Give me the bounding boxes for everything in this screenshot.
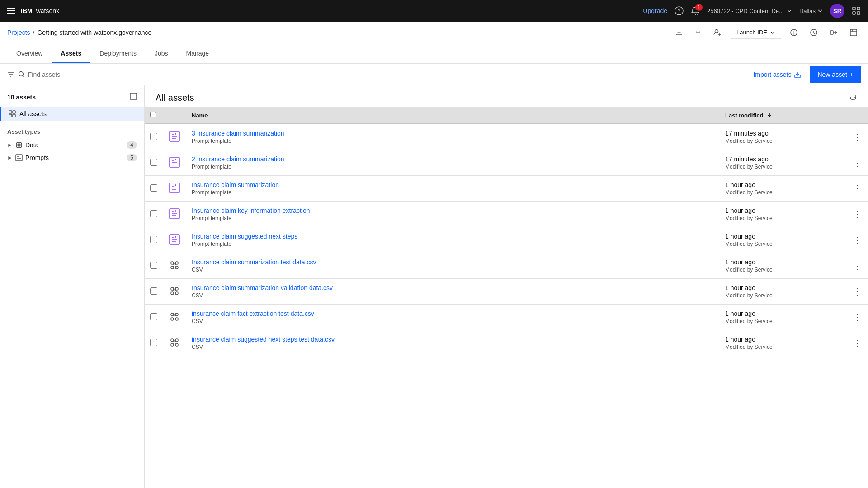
row-actions-menu[interactable]: ⋮	[846, 305, 868, 330]
overflow-menu-icon[interactable]: ⋮	[853, 312, 862, 322]
overflow-menu-icon[interactable]: ⋮	[853, 235, 862, 245]
help-icon[interactable]: ?	[675, 6, 684, 15]
row-name-cell: 3 Insurance claim summarization Prompt t…	[186, 124, 720, 150]
region-switcher[interactable]: Dallas	[799, 8, 823, 14]
asset-name-link[interactable]: Insurance claim suggested next steps	[192, 233, 714, 240]
row-checkbox-0[interactable]	[150, 133, 157, 140]
row-name-cell: Insurance claim key information extracti…	[186, 202, 720, 227]
svg-rect-3	[857, 7, 860, 10]
refresh-icon[interactable]	[849, 93, 857, 103]
asset-name-link[interactable]: Insurance claim summarization test data.…	[192, 258, 714, 266]
svg-text:?: ?	[678, 8, 681, 14]
sidebar-header: 10 assets	[0, 93, 144, 107]
row-checkbox-cell	[145, 330, 163, 356]
modified-time: 1 hour ago	[725, 233, 841, 240]
sidebar-toggle-icon[interactable]	[130, 93, 137, 101]
row-actions-menu[interactable]: ⋮	[846, 227, 868, 253]
row-checkbox-7[interactable]	[150, 313, 157, 320]
row-actions-menu[interactable]: ⋮	[846, 330, 868, 356]
settings-button[interactable]	[846, 26, 861, 39]
svg-rect-17	[9, 111, 12, 113]
row-checkbox-3[interactable]	[150, 210, 157, 217]
overflow-menu-icon[interactable]: ⋮	[853, 209, 862, 219]
row-name-cell: 2 Insurance claim summarization Prompt t…	[186, 150, 720, 176]
select-all-checkbox[interactable]	[150, 112, 156, 117]
table-header: Name Last modified	[145, 107, 868, 124]
asset-name-link[interactable]: insurance claim fact extraction test dat…	[192, 310, 714, 317]
breadcrumb-projects[interactable]: Projects	[7, 29, 30, 36]
tab-manage[interactable]: Manage	[177, 43, 218, 63]
overflow-menu-icon[interactable]: ⋮	[853, 338, 862, 348]
modified-by: Modified by Service	[725, 267, 841, 273]
header-name-col[interactable]: Name	[186, 107, 720, 124]
row-actions-menu[interactable]: ⋮	[846, 176, 868, 202]
asset-subtype: CSV	[192, 318, 714, 324]
filter-icon[interactable]	[7, 71, 14, 78]
asset-name-link[interactable]: 3 Insurance claim summarization	[192, 130, 714, 137]
overflow-menu-icon[interactable]: ⋮	[853, 286, 862, 296]
tab-assets[interactable]: Assets	[52, 43, 90, 63]
svg-rect-5	[857, 12, 860, 14]
import-assets-button[interactable]: Import assets	[748, 67, 807, 82]
tab-jobs[interactable]: Jobs	[146, 43, 177, 63]
row-actions-menu[interactable]: ⋮	[846, 124, 868, 150]
share-button[interactable]	[826, 26, 841, 39]
tab-deployments[interactable]: Deployments	[90, 43, 146, 63]
csv-icon: 01	[168, 285, 181, 297]
modified-time: 17 minutes ago	[725, 130, 841, 137]
row-actions-menu[interactable]: ⋮	[846, 279, 868, 305]
content-header: All assets	[145, 85, 868, 107]
row-checkbox-6[interactable]	[150, 287, 157, 295]
asset-type-data[interactable]: ► Data 4	[7, 139, 137, 151]
notifications-icon[interactable]: 1	[691, 6, 700, 15]
asset-name-link[interactable]: insurance claim suggested next steps tes…	[192, 336, 714, 343]
info-button[interactable]: i	[787, 26, 801, 39]
download-button[interactable]	[672, 26, 686, 39]
breadcrumb-current: Getting started with watsonx.governance	[37, 29, 151, 36]
hamburger-menu[interactable]	[7, 8, 15, 14]
modified-time: 17 minutes ago	[725, 155, 841, 163]
search-input[interactable]	[28, 71, 745, 78]
row-modified-cell: 17 minutes ago Modified by Service	[720, 150, 846, 176]
avatar[interactable]: SR	[830, 4, 844, 18]
upgrade-link[interactable]: Upgrade	[643, 7, 667, 14]
row-checkbox-4[interactable]	[150, 236, 157, 243]
row-checkbox-1[interactable]	[150, 159, 157, 166]
overflow-menu-icon[interactable]: ⋮	[853, 261, 862, 271]
account-switcher[interactable]: 2560722 - CPD Content De...	[707, 8, 792, 14]
header-modified-col[interactable]: Last modified	[720, 107, 846, 124]
row-checkbox-5[interactable]	[150, 262, 157, 269]
row-name-cell: Insurance claim summarization Prompt tem…	[186, 176, 720, 202]
asset-name-link[interactable]: 2 Insurance claim summarization	[192, 155, 714, 163]
asset-name-link[interactable]: Insurance claim summarization	[192, 181, 714, 188]
prompts-type-label: Prompts	[25, 154, 124, 161]
overflow-menu-icon[interactable]: ⋮	[853, 158, 862, 168]
add-collaborator-button[interactable]	[710, 26, 725, 39]
sidebar-item-all-assets[interactable]: All assets	[0, 107, 144, 121]
row-modified-cell: 1 hour ago Modified by Service	[720, 330, 846, 356]
row-actions-menu[interactable]: ⋮	[846, 150, 868, 176]
launch-ide-button[interactable]: Launch IDE	[731, 26, 781, 39]
row-checkbox-8[interactable]	[150, 339, 157, 346]
dropdown-button[interactable]	[692, 27, 704, 38]
svg-point-39	[175, 292, 178, 295]
asset-subtype: Prompt template	[192, 215, 714, 221]
history-button[interactable]	[807, 26, 821, 39]
tab-overview[interactable]: Overview	[7, 43, 52, 63]
svg-point-38	[171, 292, 174, 295]
table-row: 2 Insurance claim summarization Prompt t…	[145, 150, 868, 176]
asset-name-link[interactable]: Insurance claim key information extracti…	[192, 207, 714, 214]
apps-grid-icon[interactable]	[852, 6, 861, 15]
new-asset-button[interactable]: New asset +	[810, 66, 861, 83]
asset-type-prompts[interactable]: ► Prompts 5	[7, 151, 137, 164]
search-container	[18, 71, 744, 78]
asset-name-link[interactable]: Insurance claim summarization validation…	[192, 284, 714, 291]
asset-subtype: CSV	[192, 344, 714, 350]
overflow-menu-icon[interactable]: ⋮	[853, 183, 862, 193]
row-actions-menu[interactable]: ⋮	[846, 202, 868, 227]
modified-time: 1 hour ago	[725, 181, 841, 188]
row-actions-menu[interactable]: ⋮	[846, 253, 868, 279]
overflow-menu-icon[interactable]: ⋮	[853, 132, 862, 142]
row-checkbox-2[interactable]	[150, 184, 157, 192]
search-icon	[18, 71, 25, 78]
